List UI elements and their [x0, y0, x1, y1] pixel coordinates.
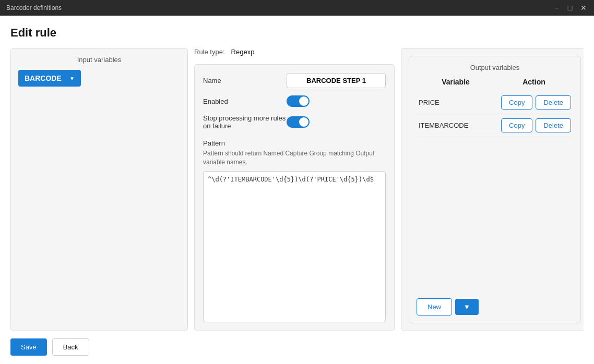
pattern-input[interactable]: ^\d(?'ITEMBARCODE'\d{5})\d(?'PRICE'\d{5}…: [203, 171, 386, 322]
table-row: ITEMBARCODE Copy Delete: [417, 114, 573, 137]
rule-form: Name Enabled Stop processing more rules …: [194, 64, 395, 331]
table-row: PRICE Copy Delete: [417, 91, 573, 114]
name-row: Name: [203, 73, 386, 88]
pattern-desc: Pattern should return Named Capture Grou…: [203, 149, 386, 167]
name-input[interactable]: [287, 73, 386, 88]
chevron-down-icon: ▼: [69, 76, 75, 81]
output-actions-price: Copy Delete: [501, 95, 571, 110]
close-button[interactable]: ✕: [579, 4, 588, 12]
stop-processing-toggle[interactable]: [287, 116, 310, 128]
input-variables-panel: Input variables BARCODE ▼: [10, 48, 188, 331]
pattern-section: Pattern Pattern should return Named Capt…: [203, 139, 386, 322]
output-rows: PRICE Copy Delete ITEMBARCODE Copy Delet…: [417, 91, 573, 192]
output-actions-itembarcode: Copy Delete: [501, 118, 571, 132]
copy-price-button[interactable]: Copy: [501, 95, 532, 110]
rule-type-label: Rule type:: [194, 48, 225, 56]
delete-itembarcode-button[interactable]: Delete: [536, 118, 571, 132]
col-action-header: Action: [495, 78, 573, 86]
page-footer: Save Back: [10, 331, 584, 356]
output-variables-panel: Output variables Variable Action PRICE C…: [401, 48, 584, 331]
page-title: Edit rule: [10, 26, 584, 40]
barcode-dropdown-label: BARCODE: [25, 74, 62, 82]
rule-header: Rule type: Regexp: [194, 48, 395, 56]
app-title: Barcoder definitions: [6, 4, 62, 11]
enabled-toggle[interactable]: [287, 95, 310, 107]
barcode-dropdown[interactable]: BARCODE ▼: [18, 70, 81, 87]
col-variable-header: Variable: [417, 78, 495, 86]
minimize-button[interactable]: −: [552, 4, 561, 12]
output-header: Variable Action: [417, 78, 573, 86]
window-controls: − □ ✕: [552, 4, 588, 12]
name-label: Name: [203, 77, 287, 84]
maximize-button[interactable]: □: [566, 4, 574, 12]
delete-price-button[interactable]: Delete: [536, 95, 571, 110]
output-panel-label: Output variables: [417, 64, 573, 71]
copy-itembarcode-button[interactable]: Copy: [501, 118, 532, 132]
output-panel-inner: Output variables Variable Action PRICE C…: [409, 56, 581, 323]
title-bar: Barcoder definitions − □ ✕: [0, 0, 594, 16]
page: Edit rule Input variables BARCODE ▼ Rule…: [0, 16, 594, 364]
output-variable-itembarcode: ITEMBARCODE: [419, 122, 501, 129]
input-panel-label: Input variables: [18, 56, 180, 64]
blue-action-button[interactable]: ▼: [455, 299, 479, 315]
output-variable-price: PRICE: [419, 99, 501, 106]
save-button[interactable]: Save: [10, 338, 47, 356]
main-content: Input variables BARCODE ▼ Rule type: Reg…: [10, 48, 584, 331]
stop-processing-row: Stop processing more rules on failure: [203, 114, 386, 130]
pattern-title: Pattern: [203, 139, 386, 147]
output-footer: New ▼: [417, 298, 573, 316]
rule-panel: Rule type: Regexp Name Enabled Stop proc…: [194, 48, 395, 331]
enabled-label: Enabled: [203, 98, 287, 105]
enabled-row: Enabled: [203, 95, 386, 107]
back-button[interactable]: Back: [52, 338, 89, 356]
new-button[interactable]: New: [417, 298, 452, 316]
blue-action-chevron-icon: ▼: [464, 303, 470, 311]
rule-type-value: Regexp: [231, 48, 255, 56]
stop-processing-label: Stop processing more rules on failure: [203, 114, 287, 130]
